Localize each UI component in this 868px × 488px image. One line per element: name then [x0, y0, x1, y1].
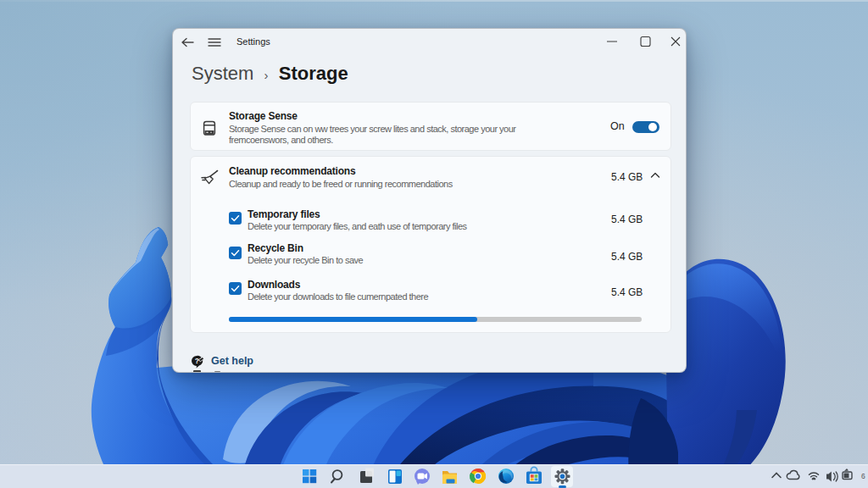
- svg-text:?: ?: [195, 357, 199, 365]
- svg-text:6: 6: [861, 472, 865, 480]
